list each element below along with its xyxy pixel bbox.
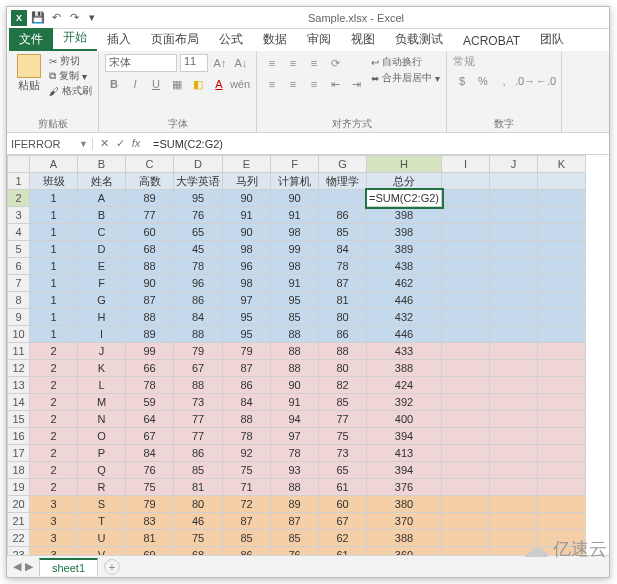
cell[interactable]: 2 [30, 343, 78, 360]
cell[interactable]: 95 [223, 326, 271, 343]
cell[interactable]: 2 [30, 445, 78, 462]
cell[interactable]: T [78, 513, 126, 530]
cell[interactable]: 84 [319, 241, 367, 258]
cell[interactable]: Q [78, 462, 126, 479]
cell[interactable]: 1 [30, 292, 78, 309]
tab-home[interactable]: 开始 [53, 26, 97, 51]
undo-icon[interactable]: ↶ [49, 11, 63, 25]
row-header[interactable]: 20 [8, 496, 30, 513]
cell[interactable] [490, 309, 538, 326]
cell[interactable]: 84 [174, 309, 223, 326]
underline-button[interactable]: U [147, 75, 165, 93]
cell[interactable] [490, 513, 538, 530]
row-header[interactable]: 3 [8, 207, 30, 224]
cell[interactable]: 60 [126, 224, 174, 241]
cell[interactable]: 91 [271, 207, 319, 224]
cell[interactable]: 1 [30, 224, 78, 241]
cell[interactable] [490, 411, 538, 428]
cell[interactable]: 98 [223, 241, 271, 258]
cell[interactable]: 78 [174, 258, 223, 275]
cell[interactable] [538, 411, 586, 428]
cell[interactable]: P [78, 445, 126, 462]
cell[interactable]: 81 [319, 292, 367, 309]
cell[interactable] [490, 258, 538, 275]
cell[interactable]: 76 [271, 547, 319, 556]
cell[interactable] [490, 445, 538, 462]
cell[interactable] [538, 190, 586, 207]
cell[interactable]: F [78, 275, 126, 292]
cell[interactable]: 1 [30, 309, 78, 326]
align-top-icon[interactable]: ≡ [263, 54, 281, 72]
row-header[interactable]: 12 [8, 360, 30, 377]
cell[interactable]: 398 [367, 207, 442, 224]
cell[interactable]: S [78, 496, 126, 513]
cell[interactable] [538, 462, 586, 479]
cell[interactable]: 86 [223, 547, 271, 556]
cell[interactable]: 87 [223, 513, 271, 530]
cell[interactable]: 2 [30, 462, 78, 479]
cell[interactable]: 85 [319, 394, 367, 411]
cell[interactable] [442, 445, 490, 462]
cell[interactable]: K [78, 360, 126, 377]
cell[interactable]: 90 [223, 190, 271, 207]
cell[interactable]: 89 [126, 190, 174, 207]
column-header[interactable]: D [174, 156, 223, 173]
cell[interactable]: 376 [367, 479, 442, 496]
font-name-select[interactable]: 宋体 [105, 54, 177, 72]
cell[interactable]: 80 [319, 309, 367, 326]
cell[interactable]: H [78, 309, 126, 326]
cell[interactable]: 98 [271, 224, 319, 241]
row-header[interactable]: 17 [8, 445, 30, 462]
cell[interactable]: 91 [271, 394, 319, 411]
cell[interactable]: 2 [30, 394, 78, 411]
cell[interactable]: 84 [223, 394, 271, 411]
column-header[interactable]: J [490, 156, 538, 173]
cell[interactable]: 2 [30, 377, 78, 394]
save-icon[interactable]: 💾 [31, 11, 45, 25]
cell[interactable]: 87 [319, 275, 367, 292]
cell[interactable]: 82 [319, 377, 367, 394]
cell[interactable]: 69 [126, 547, 174, 556]
cell[interactable]: 80 [174, 496, 223, 513]
cell[interactable]: 433 [367, 343, 442, 360]
column-header[interactable]: F [271, 156, 319, 173]
column-header[interactable]: H [367, 156, 442, 173]
bold-button[interactable]: B [105, 75, 123, 93]
row-header[interactable]: 1 [8, 173, 30, 190]
sheet-nav-prev-icon[interactable]: ◀ [13, 560, 21, 573]
cell[interactable]: 380 [367, 496, 442, 513]
cell[interactable]: 86 [174, 445, 223, 462]
row-header[interactable]: 6 [8, 258, 30, 275]
cell[interactable]: C [78, 224, 126, 241]
cell[interactable]: 92 [223, 445, 271, 462]
header-cell[interactable]: 高数 [126, 173, 174, 190]
align-left-icon[interactable]: ≡ [263, 75, 281, 93]
qat-dropdown-icon[interactable]: ▾ [85, 11, 99, 25]
cell[interactable]: 97 [271, 428, 319, 445]
decrease-decimal-icon[interactable]: ←.0 [537, 72, 555, 90]
cell[interactable]: 2 [30, 428, 78, 445]
tab-insert[interactable]: 插入 [97, 28, 141, 51]
cell[interactable] [538, 241, 586, 258]
cell[interactable]: 87 [271, 513, 319, 530]
cell[interactable] [538, 428, 586, 445]
cell[interactable]: 438 [367, 258, 442, 275]
cell[interactable]: 98 [223, 275, 271, 292]
row-header[interactable]: 9 [8, 309, 30, 326]
cell[interactable]: I [78, 326, 126, 343]
row-header[interactable]: 8 [8, 292, 30, 309]
cell[interactable] [538, 224, 586, 241]
cell[interactable]: 1 [30, 207, 78, 224]
cell[interactable]: 88 [126, 309, 174, 326]
cell[interactable]: A [78, 190, 126, 207]
cell[interactable]: 77 [174, 411, 223, 428]
cell[interactable]: 370 [367, 513, 442, 530]
cell[interactable]: 1 [30, 190, 78, 207]
cell[interactable]: 83 [126, 513, 174, 530]
cell[interactable]: 91 [271, 275, 319, 292]
cell[interactable]: G [78, 292, 126, 309]
phonetic-button[interactable]: wén [231, 75, 249, 93]
cell[interactable] [538, 360, 586, 377]
cell[interactable]: 78 [319, 258, 367, 275]
cell[interactable] [490, 275, 538, 292]
